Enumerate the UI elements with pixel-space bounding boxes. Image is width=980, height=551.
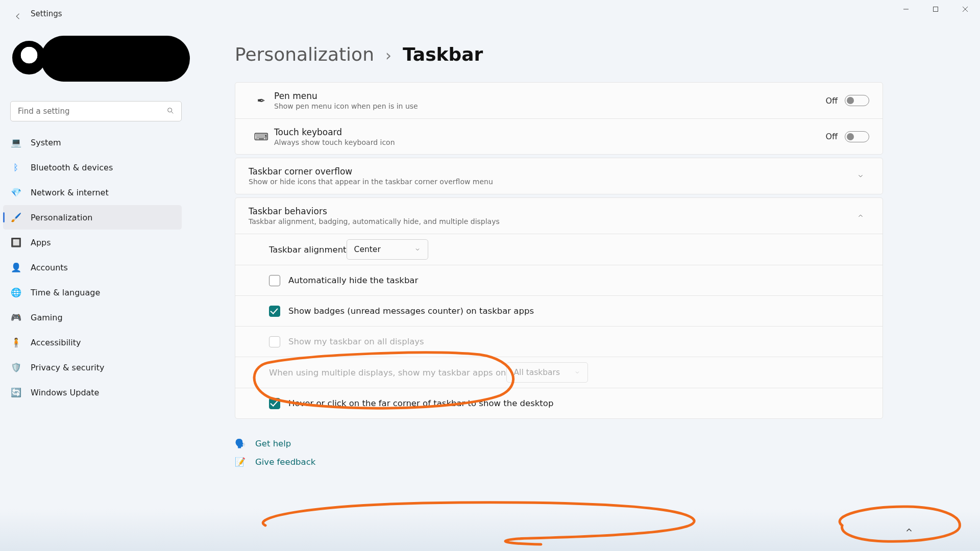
option-label: When using multiple displays, show my ta… bbox=[269, 368, 506, 378]
breadcrumb-parent[interactable]: Personalization bbox=[235, 44, 374, 65]
search-input[interactable] bbox=[10, 101, 182, 121]
sidebar-item-personalization[interactable]: 🖌️Personalization bbox=[3, 205, 182, 230]
accounts-icon: 👤 bbox=[10, 262, 21, 273]
sidebar-item-label: Privacy & security bbox=[31, 363, 104, 372]
maximize-button[interactable] bbox=[921, 0, 950, 18]
breadcrumb-sep-icon: › bbox=[385, 46, 391, 64]
row-sub: Always show touch keyboard icon bbox=[274, 138, 825, 146]
toggle-state-label: Off bbox=[825, 132, 838, 141]
sidebar-item-gaming[interactable]: 🎮Gaming bbox=[3, 305, 182, 330]
get-help-row[interactable]: 🗣️ Get help bbox=[235, 434, 883, 453]
sidebar-item-label: Network & internet bbox=[31, 188, 109, 197]
back-button[interactable] bbox=[13, 11, 23, 21]
maximize-icon bbox=[933, 6, 939, 12]
help-section: 🗣️ Get help 📝 Give feedback bbox=[235, 434, 883, 471]
row-touch-keyboard[interactable]: ⌨︎ Touch keyboard Always show touch keyb… bbox=[235, 118, 883, 154]
option-label: Automatically hide the taskbar bbox=[288, 276, 418, 285]
sidebar-item-update[interactable]: 🔄Windows Update bbox=[3, 380, 182, 405]
chevron-up-icon bbox=[904, 525, 914, 535]
nav-list: 💻System ᛒBluetooth & devices 💎Network & … bbox=[3, 130, 186, 405]
row-pen-menu[interactable]: ✒︎ Pen menu Show pen menu icon when pen … bbox=[235, 83, 883, 118]
give-feedback-row[interactable]: 📝 Give feedback bbox=[235, 453, 883, 471]
row-sub: Show pen menu icon when pen is in use bbox=[274, 102, 825, 110]
svg-point-1 bbox=[168, 108, 172, 112]
sidebar-item-accounts[interactable]: 👤Accounts bbox=[3, 255, 182, 280]
row-badges[interactable]: Show badges (unread messages counter) on… bbox=[235, 295, 883, 326]
select-alignment[interactable]: Center bbox=[347, 239, 428, 260]
gaming-icon: 🎮 bbox=[10, 312, 21, 323]
select-value: Center bbox=[354, 245, 381, 254]
system-icon: 💻 bbox=[10, 137, 21, 148]
scroll-to-top-button[interactable] bbox=[899, 520, 919, 540]
sidebar-item-accessibility[interactable]: 🧍Accessibility bbox=[3, 330, 182, 355]
give-feedback-link[interactable]: Give feedback bbox=[255, 457, 315, 467]
close-icon bbox=[962, 6, 968, 12]
update-icon: 🔄 bbox=[10, 387, 21, 398]
chevron-up-icon bbox=[857, 212, 864, 219]
card-corner-icons: ✒︎ Pen menu Show pen menu icon when pen … bbox=[235, 82, 883, 155]
breadcrumb: Personalization › Taskbar bbox=[235, 44, 949, 65]
toggle-state-label: Off bbox=[825, 96, 838, 106]
sidebar-item-apps[interactable]: 🔲Apps bbox=[3, 230, 182, 255]
checkbox-hover-corner[interactable] bbox=[269, 398, 280, 409]
row-title: Pen menu bbox=[274, 91, 825, 101]
row-autohide[interactable]: Automatically hide the taskbar bbox=[235, 265, 883, 295]
row-hover-corner[interactable]: Hover or click on the far corner of task… bbox=[235, 388, 883, 418]
sidebar-item-label: Time & language bbox=[31, 288, 100, 297]
row-title: Taskbar corner overflow bbox=[249, 166, 852, 177]
row-behaviors-header[interactable]: Taskbar behaviors Taskbar alignment, bad… bbox=[235, 198, 883, 234]
minimize-button[interactable] bbox=[891, 0, 921, 18]
search-wrap bbox=[10, 101, 182, 121]
app-title: Settings bbox=[31, 9, 62, 18]
privacy-icon: 🛡️ bbox=[10, 362, 21, 373]
checkbox-badges[interactable] bbox=[269, 306, 280, 317]
card-taskbar-behaviors: Taskbar behaviors Taskbar alignment, bad… bbox=[235, 197, 883, 419]
row-all-displays: Show my taskbar on all displays bbox=[235, 326, 883, 357]
sidebar-item-privacy[interactable]: 🛡️Privacy & security bbox=[3, 355, 182, 380]
close-button[interactable] bbox=[950, 0, 980, 18]
main-content: Personalization › Taskbar ✒︎ Pen menu Sh… bbox=[235, 44, 949, 551]
minimize-icon bbox=[903, 6, 909, 12]
select-value: All taskbars bbox=[514, 368, 560, 377]
arrow-left-icon bbox=[14, 12, 23, 21]
collapse-button[interactable] bbox=[852, 207, 869, 224]
row-sub: Taskbar alignment, badging, automaticall… bbox=[249, 217, 852, 226]
accessibility-icon: 🧍 bbox=[10, 337, 21, 348]
bluetooth-icon: ᛒ bbox=[10, 162, 21, 173]
bottom-gradient bbox=[0, 508, 980, 551]
sidebar-item-label: Apps bbox=[31, 238, 51, 247]
option-label: Taskbar alignment bbox=[269, 245, 347, 255]
sidebar-item-bluetooth[interactable]: ᛒBluetooth & devices bbox=[3, 155, 182, 180]
sidebar: 💻System ᛒBluetooth & devices 💎Network & … bbox=[0, 22, 190, 551]
feedback-icon: 📝 bbox=[235, 457, 246, 467]
sidebar-item-label: Accessibility bbox=[31, 338, 81, 347]
chevron-down-icon bbox=[574, 369, 580, 375]
toggle-touch-keyboard[interactable] bbox=[845, 131, 869, 142]
network-icon: 💎 bbox=[10, 187, 21, 198]
personalization-icon: 🖌️ bbox=[10, 212, 21, 223]
row-title: Taskbar behaviors bbox=[249, 206, 852, 216]
keyboard-icon: ⌨︎ bbox=[249, 131, 274, 143]
row-taskbar-alignment: Taskbar alignment Center bbox=[235, 234, 883, 265]
option-label: Show my taskbar on all displays bbox=[288, 337, 424, 346]
sidebar-item-label: Gaming bbox=[31, 313, 63, 322]
row-sub: Show or hide icons that appear in the ta… bbox=[249, 178, 852, 186]
title-bar: Settings bbox=[0, 0, 980, 22]
sidebar-item-time[interactable]: 🌐Time & language bbox=[3, 280, 182, 305]
sidebar-item-network[interactable]: 💎Network & internet bbox=[3, 180, 182, 205]
sidebar-item-system[interactable]: 💻System bbox=[3, 130, 182, 155]
chevron-down-icon bbox=[857, 172, 864, 180]
svg-rect-0 bbox=[934, 7, 938, 12]
sidebar-item-label: Personalization bbox=[31, 213, 92, 222]
expand-button[interactable] bbox=[852, 167, 869, 185]
row-multi-display-apps: When using multiple displays, show my ta… bbox=[235, 357, 883, 388]
pen-icon: ✒︎ bbox=[249, 94, 274, 107]
checkbox-autohide[interactable] bbox=[269, 275, 280, 286]
toggle-pen-menu[interactable] bbox=[845, 95, 869, 106]
select-multi-display: All taskbars bbox=[506, 362, 588, 383]
window-controls bbox=[891, 0, 980, 18]
page-title: Taskbar bbox=[403, 44, 483, 65]
get-help-link[interactable]: Get help bbox=[255, 439, 291, 448]
card-corner-overflow[interactable]: Taskbar corner overflow Show or hide ico… bbox=[235, 158, 883, 194]
row-title: Touch keyboard bbox=[274, 127, 825, 137]
